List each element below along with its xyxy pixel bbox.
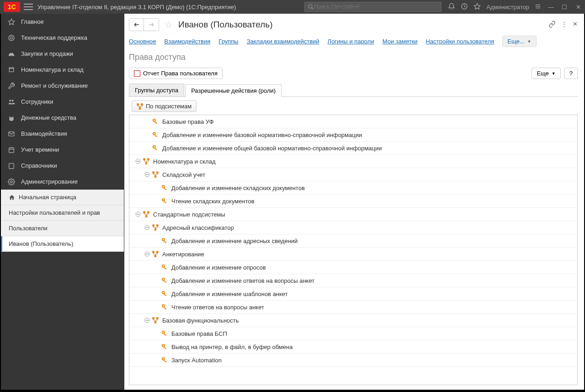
permissions-tree[interactable]: Базовые права УФДобавление и изменение б… [129, 115, 578, 385]
home-icon [9, 194, 15, 201]
minimize-button[interactable]: — [548, 4, 554, 11]
sidebar-item[interactable]: Денежные средства [1, 110, 124, 126]
nav-link[interactable]: Группы [218, 38, 238, 45]
nav-link[interactable]: Логины и пароли [328, 38, 374, 45]
favorite-star-icon[interactable]: ☆ [165, 19, 173, 30]
svg-rect-121 [154, 322, 156, 323]
tab[interactable]: Разрешенные действия (роли) [185, 84, 282, 97]
sidebar-item[interactable]: Взаимодействия [1, 126, 124, 142]
search-input[interactable] [314, 4, 438, 10]
svg-rect-12 [9, 69, 13, 72]
sidebar-item[interactable]: Техническая поддержка [1, 30, 124, 46]
sidebar-item-label: Учет времени [21, 146, 59, 153]
nav-buttons [129, 18, 159, 31]
more-button[interactable]: Еще ▼ [532, 68, 560, 79]
tree-role[interactable]: Чтение складских документов [129, 195, 577, 208]
main-content: ☆ Иванов (Пользователь) ⋮ ✕ ОсновноеВзаи… [124, 14, 584, 390]
expander-icon[interactable] [144, 171, 150, 178]
more-links-dropdown[interactable]: Еще...▼ [502, 36, 536, 47]
svg-rect-47 [148, 159, 149, 160]
tree-role[interactable]: Добавление и изменение опросов [129, 261, 577, 274]
hamburger-icon[interactable] [24, 4, 33, 10]
sidebar-item[interactable]: Главное [1, 14, 124, 30]
nav-link[interactable]: Настройки пользователя [426, 38, 495, 45]
sidebar-sub-item[interactable]: Пользователи [1, 221, 124, 236]
tree-label: Добавление и изменение шаблонов анкет [171, 291, 288, 297]
search-box[interactable] [304, 2, 441, 12]
expander-icon[interactable] [135, 211, 141, 217]
tree-role[interactable]: Добавление и изменение ответов на вопрос… [129, 274, 577, 287]
key-icon [161, 185, 168, 191]
tree-role[interactable]: Добавление и изменение общей базовой нор… [129, 142, 577, 155]
svg-rect-96 [154, 255, 156, 257]
expander-icon[interactable] [135, 158, 141, 164]
tree-role[interactable]: Добавление и изменение базовой нормативн… [129, 128, 577, 142]
nav-link[interactable]: Закладки взаимодействий [247, 38, 319, 45]
nav-link[interactable]: Мои заметки [383, 38, 418, 45]
forward-button[interactable] [144, 19, 159, 31]
close-panel-icon[interactable]: ✕ [573, 21, 578, 29]
svg-point-8 [9, 35, 14, 41]
by-subsystems-button[interactable]: По подсистемам [132, 101, 197, 112]
tree-folder[interactable]: Складской учет [129, 168, 577, 181]
key-icon [152, 145, 159, 151]
sidebar-sub-item[interactable]: Иванов (Пользователь) [1, 236, 124, 252]
close-button[interactable]: ✕ [575, 4, 581, 11]
tree-role[interactable]: Добавление и изменение складских докумен… [129, 181, 577, 195]
settings-icon[interactable] [535, 3, 541, 11]
link-icon[interactable] [548, 21, 556, 29]
expander-icon[interactable] [144, 224, 150, 231]
svg-point-37 [154, 133, 154, 134]
maximize-button[interactable]: ☐ [561, 4, 568, 11]
key-icon [152, 118, 159, 125]
sidebar-icon [7, 50, 16, 58]
tree-folder[interactable]: Стандартные подсистемы [129, 208, 577, 221]
report-button[interactable]: Отчет Права пользователя [129, 68, 223, 79]
section-title: Права доступа [129, 53, 578, 62]
sidebar-item[interactable]: Администрирование [1, 174, 124, 190]
tree-folder[interactable]: Адресный классификатор [129, 221, 577, 234]
user-label[interactable]: Администратор [486, 4, 529, 11]
titlebar: 1C Управление IT-отделом 8, редакция 3.1… [0, 0, 585, 14]
tree-role[interactable]: Чтение ответов на вопросы анкет [129, 301, 577, 314]
page-title: Иванов (Пользователь) [178, 20, 273, 30]
kebab-menu-icon[interactable]: ⋮ [561, 21, 567, 29]
svg-rect-81 [153, 225, 154, 227]
back-button[interactable] [129, 19, 144, 31]
sidebar-sub-item[interactable]: Начальная страница [1, 190, 124, 205]
tree-folder[interactable]: Номенклатура и склад [129, 155, 577, 168]
tree-folder[interactable]: Анкетирование [129, 248, 577, 261]
sidebar-item-label: Взаимодействия [21, 130, 67, 137]
tree-role[interactable]: Базовые права БСП [129, 327, 577, 340]
history-icon[interactable] [461, 3, 468, 11]
tree-role[interactable]: Базовые права УФ [129, 115, 577, 128]
star-icon[interactable] [473, 3, 481, 11]
sidebar-sub-label: Настройки пользователей и прав [9, 209, 100, 216]
svg-rect-26 [141, 103, 143, 105]
tree-folder[interactable]: Базовая функциональность [129, 314, 577, 327]
key-icon [161, 344, 168, 350]
svg-rect-73 [148, 212, 149, 213]
sidebar-item[interactable]: Закупки и продажи [1, 46, 124, 62]
tree-role[interactable]: Добавление и изменение адресных сведений [129, 234, 577, 248]
search-icon [308, 4, 314, 10]
expander-icon[interactable] [144, 251, 150, 257]
nav-link[interactable]: Основное [129, 38, 156, 45]
svg-rect-46 [144, 159, 145, 160]
nav-link[interactable]: Взаимодействия [165, 38, 211, 45]
tree-role[interactable]: Вывод на принтер, в файл, в буфер обмена [129, 340, 577, 354]
nav-links: ОсновноеВзаимодействияГруппыЗакладки вза… [129, 36, 578, 47]
sidebar-item[interactable]: Сотрудники [1, 94, 124, 110]
help-button[interactable]: ? [564, 68, 578, 79]
tree-role[interactable]: Запуск Automation [129, 354, 577, 367]
sidebar-item[interactable]: Учет времени [1, 142, 124, 158]
sidebar-item[interactable]: Справочники [1, 158, 124, 174]
sidebar-item[interactable]: Ремонт и обслуживание [1, 78, 124, 94]
tab[interactable]: Группы доступа [129, 84, 184, 96]
sidebar-sub-item[interactable]: Настройки пользователей и прав [1, 205, 124, 221]
svg-point-14 [9, 100, 11, 101]
bell-icon[interactable] [448, 3, 455, 11]
expander-icon[interactable] [144, 317, 150, 323]
sidebar-item[interactable]: Номенклатура и склад [1, 62, 124, 78]
tree-role[interactable]: Добавление и изменение шаблонов анкет [129, 287, 577, 301]
